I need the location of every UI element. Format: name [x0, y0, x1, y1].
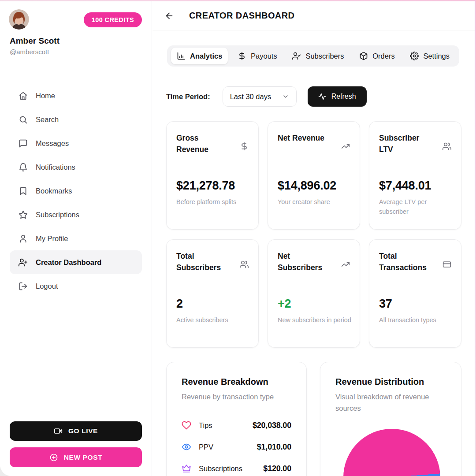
stat-icon: [341, 142, 350, 151]
stat-subtext: Active subscribers: [176, 316, 251, 325]
breakdown-row-subscriptions: Subscriptions $120.00: [182, 458, 291, 476]
sidebar-item-logout[interactable]: Logout: [10, 274, 142, 298]
plus-circle-icon: [49, 453, 58, 462]
selected-period: Last 30 days: [230, 93, 271, 101]
nav-icon: [19, 258, 28, 267]
revenue-breakdown-card: Revenue Breakdown Revenue by transaction…: [166, 362, 307, 476]
breakdown-amount: $120.00: [263, 464, 291, 473]
stat-card-net-subscribers: Net Subscribers +2 New subscribers in pe…: [268, 239, 360, 348]
breakdown-icon: [182, 464, 191, 473]
sidebar-item-my-profile[interactable]: My Profile: [10, 227, 142, 250]
page-title: CREATOR DASHBOARD: [189, 11, 294, 21]
stat-subtext: Your creator share: [278, 197, 353, 207]
nav-label: Subscriptions: [36, 211, 79, 219]
dashboard-content: Analytics Payouts Subscribers Orders Set…: [152, 45, 475, 476]
tab-payouts[interactable]: Payouts: [232, 48, 283, 64]
stat-title: Net Subscribers: [278, 250, 330, 274]
avatar[interactable]: [9, 9, 29, 30]
stat-title: Subscriber LTV: [379, 132, 431, 156]
new-post-button[interactable]: NEW POST: [10, 447, 142, 467]
tab-icon: [359, 52, 368, 60]
refresh-button[interactable]: Refresh: [308, 86, 367, 107]
nav-icon: [19, 210, 28, 219]
chevron-down-icon: [282, 93, 289, 100]
breakdown-label: Subscriptions: [199, 465, 242, 473]
credits-badge[interactable]: 100 CREDITS: [84, 12, 142, 27]
nav-icon: [19, 115, 28, 124]
breakdown-label: Tips: [199, 421, 212, 430]
sidebar-item-creator-dashboard[interactable]: Creator Dashboard: [10, 250, 142, 274]
time-period-select[interactable]: Last 30 days: [223, 86, 297, 107]
activity-icon: [318, 93, 326, 100]
nav-label: My Profile: [36, 234, 68, 243]
stats-grid: Gross Revenue $21,278.78 Before platform…: [166, 121, 475, 348]
nav-icon: [19, 282, 28, 291]
breakdown-row-ppv: PPV $1,010.00: [182, 436, 291, 458]
tab-icon: [292, 52, 301, 60]
panel-title: Revenue Breakdown: [182, 377, 291, 387]
stat-value: $21,278.78: [176, 179, 235, 193]
sidebar-nav: Home Search Messages Notifications Bookm…: [0, 84, 152, 298]
sidebar-item-bookmarks[interactable]: Bookmarks: [10, 179, 142, 203]
back-arrow-icon[interactable]: [164, 11, 174, 21]
tab-icon: [177, 52, 186, 60]
sidebar-item-home[interactable]: Home: [10, 84, 142, 108]
sidebar-item-notifications[interactable]: Notifications: [10, 155, 142, 179]
stat-subtext: Average LTV per subscriber: [379, 197, 454, 217]
breakdown-amount: $20,038.00: [253, 421, 291, 430]
go-live-button[interactable]: GO LIVE: [10, 421, 142, 441]
tab-label: Payouts: [251, 52, 277, 60]
stat-subtext: All transaction types: [379, 316, 454, 325]
stat-subtext: Before platform splits: [176, 197, 251, 207]
tab-subscribers[interactable]: Subscribers: [286, 48, 350, 64]
video-camera-icon: [54, 427, 63, 435]
profile-name: Amber Scott: [10, 36, 60, 46]
breakdown-icon: [182, 442, 191, 452]
nav-label: Bookmarks: [36, 187, 72, 195]
nav-label: Creator Dashboard: [36, 258, 101, 267]
pie-chart: [343, 429, 440, 476]
stat-icon: [443, 260, 451, 269]
profile-handle: @amberscott: [10, 48, 49, 56]
panel-title: Revenue Distribution: [335, 377, 446, 387]
new-post-label: NEW POST: [64, 454, 102, 461]
stat-title: Total Transactions: [379, 250, 431, 274]
stat-value: 2: [176, 297, 183, 311]
stat-title: Gross Revenue: [176, 132, 228, 156]
stat-value: 37: [379, 297, 392, 311]
stat-value: $7,448.01: [379, 179, 431, 193]
refresh-label: Refresh: [331, 93, 356, 100]
main-area: CREATOR DASHBOARD Analytics Payouts Subs…: [152, 1, 475, 476]
stat-card-total-subscribers: Total Subscribers 2 Active subscribers: [166, 239, 259, 348]
stat-value: +2: [278, 297, 291, 311]
time-period-label: Time Period:: [166, 93, 210, 101]
panel-subtitle: Visual breakdown of revenue sources: [335, 391, 446, 414]
tab-label: Analytics: [190, 52, 222, 60]
nav-icon: [19, 234, 28, 243]
sidebar-item-search[interactable]: Search: [10, 108, 142, 131]
go-live-label: GO LIVE: [68, 427, 98, 435]
breakdown-icon: [182, 420, 191, 430]
stat-icon: [443, 142, 451, 151]
tab-label: Settings: [423, 52, 450, 60]
stat-card-total-transactions: Total Transactions 37 All transaction ty…: [369, 239, 461, 348]
tab-analytics[interactable]: Analytics: [171, 48, 228, 64]
tab-icon: [410, 52, 419, 60]
nav-label: Search: [36, 115, 59, 124]
stat-card-subscriber-ltv: Subscriber LTV $7,448.01 Average LTV per…: [369, 121, 461, 230]
sidebar-item-messages[interactable]: Messages: [10, 131, 142, 155]
stat-title: Total Subscribers: [176, 250, 228, 274]
page-header: CREATOR DASHBOARD: [152, 1, 475, 30]
stat-title: Net Revenue: [278, 132, 330, 144]
tab-orders[interactable]: Orders: [353, 48, 400, 64]
tab-settings[interactable]: Settings: [404, 48, 455, 64]
nav-label: Notifications: [36, 163, 75, 171]
sidebar-item-subscriptions[interactable]: Subscriptions: [10, 203, 142, 227]
nav-icon: [19, 163, 28, 172]
tab-label: Orders: [372, 52, 394, 60]
nav-icon: [19, 91, 28, 100]
stat-subtext: New subscribers in period: [278, 316, 353, 325]
stat-icon: [240, 142, 249, 151]
breakdown-amount: $1,010.00: [257, 443, 291, 452]
stat-card-gross-revenue: Gross Revenue $21,278.78 Before platform…: [166, 121, 259, 230]
